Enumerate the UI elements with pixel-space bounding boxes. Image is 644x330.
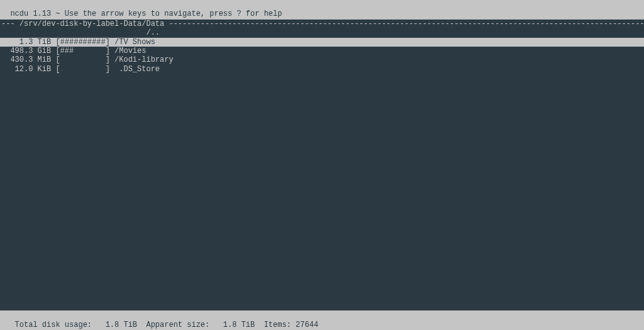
- header-bar: ncdu 1.13 ~ Use the arrow keys to naviga…: [0, 0, 644, 20]
- path-dashes: ----------------------------------------…: [164, 20, 644, 28]
- list-item[interactable]: 12.0 KiB [ ] .DS_Store: [0, 65, 644, 74]
- current-directory: /srv/dev-disk-by-label-Data/Data: [19, 20, 164, 28]
- list-item[interactable]: 498.3 GiB [### ] /Movies: [0, 47, 644, 55]
- list-item[interactable]: 430.3 MiB [ ] /Kodi-library: [0, 55, 644, 64]
- path-line: --- /srv/dev-disk-by-label-Data/Data ---…: [0, 20, 644, 28]
- footer-stats: Total disk usage: 1.8 TiB Apparent size:…: [10, 321, 318, 329]
- file-listing: /.. 1.3 TiB [##########] /TV Shows 498.3…: [0, 28, 644, 310]
- list-item[interactable]: 1.3 TiB [##########] /TV Shows: [0, 38, 644, 47]
- parent-dir-row[interactable]: /..: [0, 28, 644, 37]
- app-title: ncdu 1.13 ~ Use the arrow keys to naviga…: [10, 9, 282, 18]
- path-prefix: ---: [1, 20, 19, 28]
- footer-bar: Total disk usage: 1.8 TiB Apparent size:…: [0, 310, 644, 330]
